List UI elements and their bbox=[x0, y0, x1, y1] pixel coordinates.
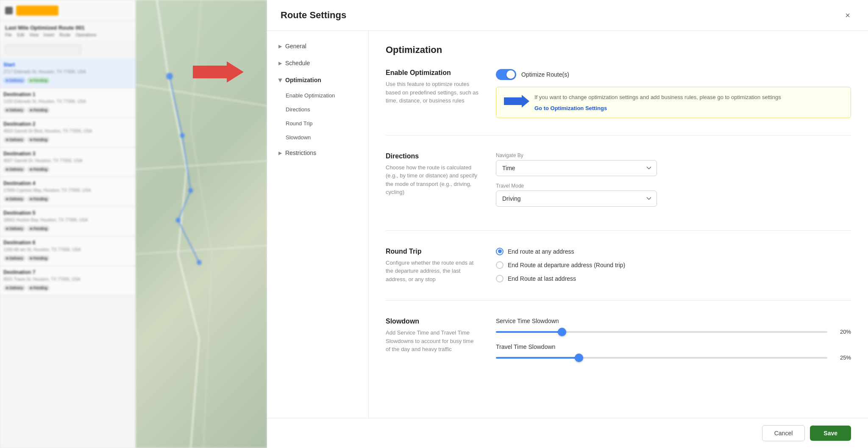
go-to-optimization-settings-link[interactable]: Go to Optimization Settings bbox=[534, 105, 607, 111]
enable-optimization-title: Enable Optimization bbox=[386, 69, 479, 77]
sidebar-subitem-slowdown[interactable]: Slowdown bbox=[267, 130, 368, 144]
service-time-slider-track bbox=[496, 331, 827, 333]
travel-time-slider-value: 25% bbox=[834, 354, 851, 361]
radio-label-departure: End Route at departure address (Round tr… bbox=[508, 262, 625, 268]
slowdown-desc: Add Service Time and Travel Time Slowdow… bbox=[386, 329, 479, 354]
slowdown-section: Slowdown Add Service Time and Travel Tim… bbox=[386, 318, 851, 386]
navigate-by-field-group: Navigate By Time Distance bbox=[496, 152, 851, 176]
subitem-label-slowdown: Slowdown bbox=[286, 134, 311, 141]
radio-circle-departure bbox=[496, 261, 504, 269]
sidebar-subitem-directions[interactable]: Directions bbox=[267, 102, 368, 116]
slowdown-title: Slowdown bbox=[386, 318, 479, 325]
service-time-slowdown-row: Service Time Slowdown 20% bbox=[496, 318, 851, 335]
modal-title: Route Settings bbox=[281, 10, 346, 21]
enable-optimization-label-col: Enable Optimization Use this feature to … bbox=[386, 69, 479, 118]
modal-header: Route Settings × bbox=[267, 0, 868, 31]
sidebar-item-restrictions[interactable]: ▶ Restrictions bbox=[267, 144, 368, 161]
travel-mode-select-wrapper: Driving Cycling Walking bbox=[496, 191, 657, 207]
enable-optimization-control: Optimize Route(s) If you want to chang bbox=[496, 69, 851, 118]
radio-label-last: End Route at last address bbox=[508, 275, 576, 282]
round-trip-control: End route at any address End Route at de… bbox=[496, 248, 851, 284]
cancel-button[interactable]: Cancel bbox=[762, 425, 805, 441]
sidebar-item-optimization[interactable]: ▶ Optimization bbox=[267, 72, 368, 88]
sidebar-label-general: General bbox=[285, 43, 306, 50]
radio-circle-any bbox=[496, 248, 504, 255]
close-button[interactable]: × bbox=[841, 8, 854, 22]
chevron-right-icon: ▶ bbox=[278, 61, 282, 66]
svg-marker-5 bbox=[193, 61, 244, 83]
modal-body: ▶ General ▶ Schedule ▶ Optimization Enab… bbox=[267, 31, 868, 418]
sidebar-item-general[interactable]: ▶ General bbox=[267, 38, 368, 55]
service-time-slider-fill bbox=[496, 331, 562, 333]
radio-circle-last bbox=[496, 275, 504, 282]
round-trip-radio-group: End route at any address End Route at de… bbox=[496, 248, 851, 282]
travel-time-slowdown-row: Travel Time Slowdown 25% bbox=[496, 343, 851, 361]
sidebar-subitem-enable-optimization[interactable]: Enable Optimization bbox=[267, 88, 368, 102]
service-time-slider-value: 20% bbox=[834, 329, 851, 335]
enable-optimization-desc: Use this feature to optimize routes base… bbox=[386, 80, 479, 105]
subitem-label-enable-optimization: Enable Optimization bbox=[286, 92, 335, 99]
travel-time-slider-thumb[interactable] bbox=[575, 354, 583, 362]
directions-title: Directions bbox=[386, 152, 479, 160]
radio-item-any[interactable]: End route at any address bbox=[496, 248, 851, 255]
chevron-down-icon: ▶ bbox=[278, 78, 283, 82]
sidebar-label-optimization: Optimization bbox=[285, 77, 321, 83]
sidebar-label-schedule: Schedule bbox=[285, 60, 310, 66]
travel-mode-field-group: Travel Mode Driving Cycling Walking bbox=[496, 183, 851, 207]
toggle-row: Optimize Route(s) bbox=[496, 69, 851, 80]
service-time-slider-thumb[interactable] bbox=[558, 328, 566, 336]
chevron-right-icon: ▶ bbox=[278, 150, 282, 156]
content-section-title: Optimization bbox=[386, 44, 851, 55]
radio-label-any: End route at any address bbox=[508, 248, 574, 255]
subitem-label-directions: Directions bbox=[286, 106, 310, 113]
svg-marker-6 bbox=[504, 95, 529, 108]
slowdown-control: Service Time Slowdown 20% Travel Time Sl… bbox=[496, 318, 851, 369]
blue-arrow-icon bbox=[504, 95, 529, 108]
round-trip-title: Round Trip bbox=[386, 248, 479, 255]
round-trip-desc: Configure whether the route ends at the … bbox=[386, 259, 479, 284]
toggle-label: Optimize Route(s) bbox=[521, 71, 569, 78]
radio-item-last[interactable]: End Route at last address bbox=[496, 275, 851, 282]
radio-item-departure[interactable]: End Route at departure address (Round tr… bbox=[496, 261, 851, 269]
red-arrow bbox=[193, 61, 244, 83]
directions-desc: Choose how the route is calculated (e.g.… bbox=[386, 163, 479, 196]
sidebar-label-restrictions: Restrictions bbox=[285, 149, 316, 156]
travel-time-slider-track bbox=[496, 357, 827, 359]
travel-time-slider-container: 25% bbox=[496, 354, 851, 361]
sidebar-subitem-round-trip[interactable]: Round Trip bbox=[267, 116, 368, 130]
sidebar-navigation: ▶ General ▶ Schedule ▶ Optimization Enab… bbox=[267, 31, 369, 418]
info-box-text: If you want to change optimization setti… bbox=[534, 93, 781, 102]
route-settings-modal: Route Settings × ▶ General ▶ Schedule ▶ … bbox=[267, 0, 868, 448]
optimize-routes-toggle[interactable] bbox=[496, 69, 516, 80]
travel-mode-select[interactable]: Driving Cycling Walking bbox=[496, 191, 657, 207]
travel-mode-label: Travel Mode bbox=[496, 183, 851, 189]
navigate-by-label: Navigate By bbox=[496, 152, 851, 158]
navigate-by-select-wrapper: Time Distance bbox=[496, 160, 657, 176]
sidebar-item-schedule[interactable]: ▶ Schedule bbox=[267, 55, 368, 72]
travel-time-slider-fill bbox=[496, 357, 579, 359]
directions-label-col: Directions Choose how the route is calcu… bbox=[386, 152, 479, 213]
save-button[interactable]: Save bbox=[810, 426, 851, 441]
navigate-by-select[interactable]: Time Distance bbox=[496, 160, 657, 176]
service-time-slider-container: 20% bbox=[496, 329, 851, 335]
enable-optimization-section: Enable Optimization Use this feature to … bbox=[386, 69, 851, 136]
main-content-area: Optimization Enable Optimization Use thi… bbox=[369, 31, 868, 418]
round-trip-label-col: Round Trip Configure whether the route e… bbox=[386, 248, 479, 284]
directions-control: Navigate By Time Distance Travel Mode bbox=[496, 152, 851, 213]
round-trip-section: Round Trip Configure whether the route e… bbox=[386, 248, 851, 301]
travel-time-slowdown-label: Travel Time Slowdown bbox=[496, 343, 851, 350]
subitem-label-round-trip: Round Trip bbox=[286, 120, 313, 127]
modal-footer: Cancel Save bbox=[267, 418, 868, 448]
slowdown-label-col: Slowdown Add Service Time and Travel Tim… bbox=[386, 318, 479, 369]
service-time-slowdown-label: Service Time Slowdown bbox=[496, 318, 851, 324]
directions-section: Directions Choose how the route is calcu… bbox=[386, 152, 851, 231]
chevron-right-icon: ▶ bbox=[278, 44, 282, 49]
optimization-info-box: If you want to change optimization setti… bbox=[496, 87, 851, 118]
